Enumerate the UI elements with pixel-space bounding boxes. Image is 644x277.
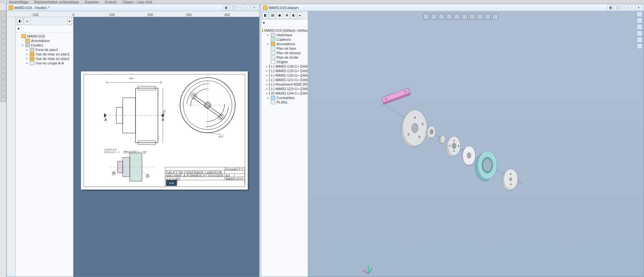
tree-sensors[interactable]: Capteurs <box>262 37 307 42</box>
model-window: MARD-019.sldasm ▣ ▢ — □ ✕ ◧ ▤ ◉ ⊕ ◐ ▸ <box>261 4 644 277</box>
window-maximize-icon[interactable]: □ <box>628 5 635 10</box>
window-cascade-icon[interactable]: ▢ <box>230 5 236 10</box>
tree-tab-display-icon[interactable]: ▤ <box>269 12 276 19</box>
tree-root[interactable]: MARD-019 <box>16 34 72 38</box>
window-close-icon[interactable]: ✕ <box>635 5 642 10</box>
hide-show-icon[interactable] <box>469 14 475 20</box>
menu-item[interactable]: Esquisse <box>82 0 102 4</box>
title-block: Echelle2:1 GALET DE CENTRAGE LARGEUR MAC… <box>165 167 245 187</box>
tree-tab-feature-icon[interactable]: ◧ <box>17 18 23 24</box>
tree-tab-properties-icon[interactable]: ≡ <box>24 18 30 24</box>
tree-part[interactable]: ▸(-) MARD-119<1> (Défaut) <box>262 69 307 73</box>
drawing-window: MARD-019 - Feuille1 * ▣ ▢ — □ ✕ -1000100… <box>6 4 260 277</box>
window-cascade-icon[interactable]: ▢ <box>614 5 621 10</box>
section-view-icon[interactable] <box>446 14 452 20</box>
drawing-doc-icon <box>9 5 13 10</box>
tree-tab-config-icon[interactable]: ◉ <box>277 12 283 19</box>
view-palette-icon[interactable] <box>637 30 642 36</box>
tool-button[interactable] <box>1 39 6 44</box>
tree-section-view[interactable]: ▸Vue en coupe A-A <box>16 61 72 65</box>
filter-funnel-icon[interactable]: ▾ <box>263 21 268 25</box>
tree-plane-right[interactable]: Plan de droite <box>262 55 307 60</box>
tool-button[interactable] <box>1 22 6 27</box>
home-icon[interactable] <box>637 11 642 17</box>
tree-tab-origin-icon[interactable]: ⊕ <box>284 12 290 19</box>
drawing-sheet-canvas[interactable]: AA 88,5 80,6 <box>73 17 259 277</box>
tree-mates[interactable]: ▸Contraintes <box>262 96 307 100</box>
menu-item[interactable]: Clipper - Lazy-click <box>120 0 155 4</box>
tree-view2[interactable]: ▸Vue de mise en plan2 <box>16 56 72 61</box>
tree-part[interactable]: ▸(-) MARD-122<1> (Défaut) <box>262 87 307 91</box>
tree-part[interactable]: ▸(f) MARD-124<1> (Défaut) <box>262 91 307 96</box>
tree-plane-top[interactable]: Plan de dessus <box>262 51 307 55</box>
menu-item[interactable]: Evaluer <box>102 0 119 4</box>
window-close-icon[interactable]: ✕ <box>251 5 257 10</box>
tree-tab-appearance-icon[interactable]: ◐ <box>291 12 297 19</box>
tree-collapse-icon[interactable]: ▸ <box>67 18 72 24</box>
apply-scene-icon[interactable] <box>485 14 491 20</box>
menu-item[interactable]: Représentation schématique <box>32 0 82 4</box>
tool-button[interactable] <box>1 10 6 15</box>
view-orientation-icon[interactable] <box>454 14 460 20</box>
tool-button[interactable] <box>1 56 6 62</box>
tree-sheet[interactable]: ▾Feuille1 <box>16 43 72 47</box>
window-minimize-icon[interactable]: — <box>621 5 628 10</box>
edit-appearance-icon[interactable] <box>477 14 483 20</box>
tree-plane-front[interactable]: Plan de face <box>262 46 307 51</box>
tree-annotations[interactable]: ▸Annotations <box>262 42 307 46</box>
tree-view1[interactable]: ▸Vue de mise en plan1 <box>16 52 72 56</box>
tool-button[interactable] <box>1 16 6 21</box>
tool-button[interactable] <box>1 97 6 102</box>
tool-button[interactable] <box>1 80 6 85</box>
orientation-triad-icon[interactable] <box>362 262 375 275</box>
window-maximize-icon[interactable]: □ <box>244 5 250 10</box>
view-settings-icon[interactable] <box>492 14 498 20</box>
side-view: AA <box>103 79 164 149</box>
tool-button[interactable] <box>1 51 6 56</box>
file-explorer-icon[interactable] <box>637 24 642 30</box>
zoom-area-icon[interactable] <box>431 14 437 20</box>
svg-text:6: 6 <box>113 171 115 175</box>
svg-point-56 <box>414 116 416 119</box>
tree-part[interactable]: ▸(-) MARD-121<1> (Défaut) <box>262 78 307 82</box>
tree-plan1[interactable]: PLAN1 <box>262 100 307 105</box>
3d-viewport[interactable] <box>308 11 644 277</box>
tree-annotations[interactable]: Annotations <box>16 38 72 43</box>
previous-view-icon[interactable] <box>439 14 444 20</box>
tool-button[interactable] <box>1 91 6 96</box>
tree-part[interactable]: ▸(-) MARD-118<1> (Défaut) <box>262 64 307 69</box>
svg-text:1: 1 <box>128 151 130 153</box>
zoom-fit-icon[interactable] <box>423 14 429 20</box>
tree-part[interactable]: ▸(-) MARD-120<1> (Défaut) <box>262 73 307 78</box>
tool-button[interactable] <box>1 74 6 79</box>
dim-width: 88,5 <box>129 77 134 80</box>
svg-text:5: 5 <box>132 151 134 153</box>
tree-more-icon[interactable]: ▸ <box>298 12 302 19</box>
tree-history[interactable]: ▸Historique <box>262 33 307 37</box>
window-minimize-icon[interactable]: — <box>237 5 243 10</box>
display-style-icon[interactable] <box>462 14 467 20</box>
drawing-paper: AA 88,5 80,6 <box>81 71 248 189</box>
section-label: COUPE A-A <box>104 148 116 151</box>
tool-button[interactable] <box>1 33 6 38</box>
window-tile-icon[interactable]: ▣ <box>607 5 614 10</box>
window-tile-icon[interactable]: ▣ <box>223 5 229 10</box>
design-library-icon[interactable] <box>637 18 642 23</box>
svg-text:A: A <box>104 118 107 122</box>
tree-background[interactable]: ▸Fond de plan1 <box>16 47 72 52</box>
tree-part[interactable]: ▸(-) Roulement 6008 2RS1< <box>262 82 307 87</box>
tool-button[interactable] <box>1 85 6 90</box>
tool-button[interactable] <box>1 62 6 67</box>
tool-button[interactable] <box>1 68 6 73</box>
tool-button[interactable] <box>1 28 6 33</box>
tree-root[interactable]: MARD-019 (Défaut) <Défaut_E <box>262 28 307 33</box>
tree-origin[interactable]: Origine <box>262 60 307 64</box>
svg-line-27 <box>208 133 224 135</box>
tree-tab-assembly-icon[interactable]: ◧ <box>262 12 269 19</box>
appearances-icon[interactable] <box>637 37 642 43</box>
svg-text:4: 4 <box>124 151 126 153</box>
menu-item[interactable]: Assemblage <box>6 0 31 4</box>
custom-props-icon[interactable] <box>637 43 642 49</box>
filter-funnel-icon[interactable]: ▾ <box>18 27 22 31</box>
tool-button[interactable] <box>1 45 6 50</box>
